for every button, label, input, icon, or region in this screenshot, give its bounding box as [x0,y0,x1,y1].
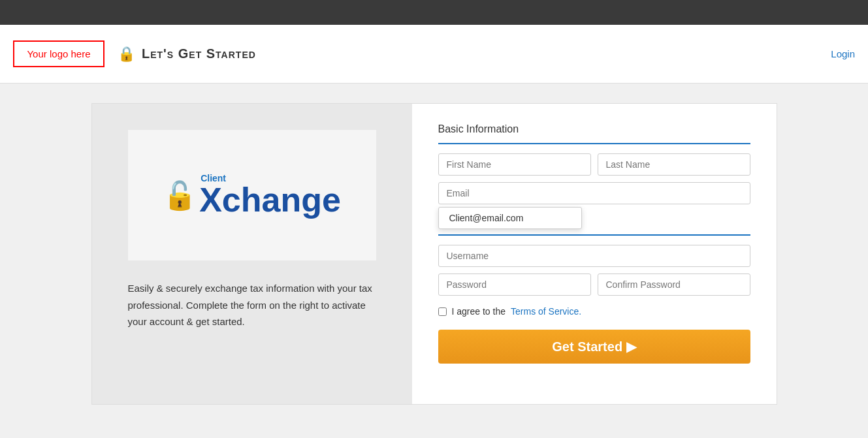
brand-text: Client Xchange [199,174,341,217]
page-title: Let's Get Started [142,46,256,61]
brand-logo: 🔓 Client Xchange [163,174,341,217]
description-text: Easily & securely exchange tax informati… [128,280,376,330]
tos-checkbox[interactable] [438,307,447,316]
tos-prefix: I agree to the [452,306,506,317]
confirm-password-input[interactable] [598,274,750,296]
personal-login-divider [438,234,750,236]
brand-lock-icon: 🔓 [163,180,197,211]
header-left: Your logo here 🔒 Let's Get Started [13,40,256,67]
last-name-input[interactable] [598,153,750,176]
login-link[interactable]: Login [831,48,855,59]
logo-placeholder: Your logo here [13,40,104,67]
main-content: 🔓 Client Xchange Easily & securely excha… [0,84,868,424]
brand-logo-area: 🔓 Client Xchange [128,130,376,260]
top-bar [0,0,868,25]
first-name-input[interactable] [438,153,591,176]
left-panel: 🔓 Client Xchange Easily & securely excha… [92,104,412,404]
tos-row: I agree to the Terms of Service. [438,306,750,317]
name-row [438,153,750,176]
basic-info-title: Basic Information [438,123,750,135]
header: Your logo here 🔒 Let's Get Started Login [0,25,868,84]
password-input[interactable] [438,274,591,296]
email-input[interactable] [438,182,750,204]
tos-link[interactable]: Terms of Service. [511,306,581,317]
content-wrapper: 🔓 Client Xchange Easily & securely excha… [91,103,777,405]
autocomplete-dropdown[interactable]: Client@email.com [438,207,582,229]
password-row [438,274,750,296]
brand-xchange: Xchange [199,183,341,217]
email-wrapper: Client@email.com [438,182,750,204]
username-input[interactable] [438,245,750,267]
basic-info-divider [438,143,750,144]
right-panel: Basic Information Client@email.com Perso… [412,104,777,404]
lock-icon: 🔒 [118,46,135,63]
header-title-area: 🔒 Let's Get Started [118,46,256,63]
get-started-button[interactable]: Get Started ▶ [438,330,750,364]
